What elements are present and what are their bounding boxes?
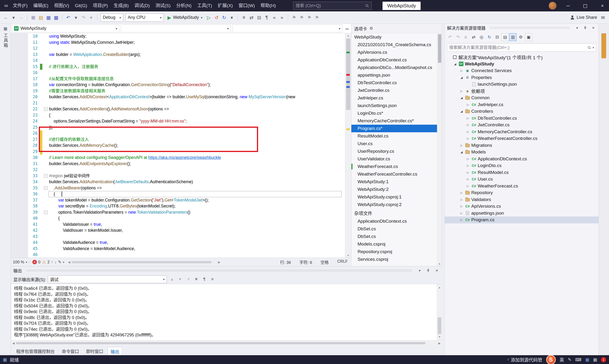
expander-icon[interactable]: ▷: [465, 137, 471, 140]
code-text[interactable]: [49, 100, 351, 106]
open-document-item[interactable]: Services.csproj: [351, 256, 442, 263]
expander-icon[interactable]: ▷: [459, 90, 464, 93]
tree-item[interactable]: ▷C#MemoryCacheController.cs: [445, 129, 598, 135]
open-document-item[interactable]: UserRepository.cs: [351, 147, 442, 155]
start-debugging-button[interactable]: ▶ WebApiStudy ▾: [165, 13, 205, 22]
open-document-item[interactable]: LoginDto.cs*: [351, 109, 442, 117]
right-scroll-rail[interactable]: [598, 24, 609, 355]
open-document-item[interactable]: ResultModel.cs: [351, 132, 442, 140]
goto-source-icon[interactable]: ↗: [185, 276, 192, 283]
menu-item[interactable]: 测试(S): [153, 0, 173, 12]
output-source-dropdown[interactable]: 调试 ▾: [48, 275, 167, 283]
expander-icon[interactable]: ▷: [465, 164, 471, 167]
open-document-item[interactable]: WebApiStudy:1: [351, 178, 442, 186]
code-text[interactable]: ValidAudience = tokenModel.Audience,: [49, 246, 351, 252]
gear-icon[interactable]: ⚙: [369, 26, 373, 31]
expander-icon[interactable]: ▷: [459, 218, 464, 221]
refresh-icon[interactable]: ↻: [486, 33, 493, 41]
code-line[interactable]: 18var connectionString = builder.Configu…: [11, 82, 351, 88]
open-document-item[interactable]: WebApiStudy.csproj:1: [351, 193, 442, 201]
solution-explorer-header[interactable]: 解决方案资源管理器 ▾ ✕: [445, 24, 598, 32]
menu-item[interactable]: 项目(P): [90, 0, 111, 12]
code-line[interactable]: 37 var tokenModel = builder.Configuratio…: [11, 197, 351, 203]
code-line[interactable]: 11using static WebApiStudy.Common.JwtHel…: [11, 39, 351, 46]
breakpoint-margin[interactable]: [11, 58, 28, 64]
code-line[interactable]: 10using WebApiStudy;: [11, 33, 351, 39]
code-text[interactable]: var tokenModel = builder.Configuration.G…: [49, 197, 351, 203]
prev-issue-icon[interactable]: ↑: [51, 260, 53, 265]
background-tasks-icon[interactable]: ▦: [3, 357, 7, 362]
indent-icon[interactable]: »: [278, 13, 285, 22]
scrollbar-track[interactable]: [71, 261, 217, 264]
scrollbar-thumb[interactable]: [72, 261, 211, 263]
code-line[interactable]: 14: [11, 58, 351, 64]
menu-item[interactable]: 调试(D): [131, 0, 153, 12]
expander-icon[interactable]: ▷: [465, 117, 471, 120]
bookmark-prev-icon[interactable]: ⚑: [298, 13, 305, 22]
open-document-item[interactable]: 20221020101704_CreateSchema.cs: [351, 41, 442, 49]
navigate-back-menu-icon[interactable]: ▾: [10, 13, 17, 22]
breakpoint-margin[interactable]: [11, 106, 28, 112]
expander-icon[interactable]: ◢: [459, 76, 464, 79]
user-avatar[interactable]: [549, 2, 557, 10]
bottom-panel-tab[interactable]: 即时窗口: [83, 347, 106, 355]
tree-item[interactable]: ◢Models: [445, 149, 598, 156]
collapse-box-icon[interactable]: −: [44, 107, 48, 111]
code-line[interactable]: 12: [11, 45, 351, 52]
open-document-item[interactable]: ApiVersions.cs: [351, 49, 442, 56]
code-text[interactable]: ValidateAudience = true,: [49, 240, 351, 246]
open-document-item[interactable]: User.cs: [351, 140, 442, 147]
nav-forward-icon[interactable]: ↷: [454, 33, 462, 41]
code-text[interactable]: [49, 58, 351, 64]
next-issue-icon[interactable]: ↓: [54, 260, 57, 265]
zoom-dropdown[interactable]: 100 % ▾: [13, 260, 27, 265]
tree-item[interactable]: ▷C#Program.cs: [445, 217, 598, 223]
breakpoint-margin[interactable]: [11, 185, 28, 191]
code-text[interactable]: options.SerializerSettings.DateFormatStr…: [49, 118, 351, 124]
code-line[interactable]: 33−#region jwt验证中间件: [11, 173, 351, 179]
code-text[interactable]: [49, 45, 351, 52]
save-all-icon[interactable]: ▩: [52, 13, 60, 22]
expander-icon[interactable]: ◢: [459, 110, 464, 113]
home-icon[interactable]: ⌂: [462, 33, 469, 41]
solution-search-box[interactable]: ▾: [447, 43, 596, 52]
quick-search-input[interactable]: [296, 3, 365, 8]
breakpoint-margin[interactable]: [11, 173, 28, 179]
expander-icon[interactable]: ▷: [459, 144, 464, 147]
scroll-left-icon[interactable]: ◀: [68, 260, 70, 264]
code-text[interactable]: //需要注册数据库连接相关服务: [49, 88, 351, 94]
hot-reload-icon[interactable]: ↺: [213, 13, 220, 22]
scrollbar-track[interactable]: [15, 342, 438, 345]
bottom-panel-tab[interactable]: 命令窗口: [59, 347, 82, 355]
open-document-item[interactable]: ApplicationDbContext.cs: [351, 56, 442, 64]
scroll-down-icon[interactable]: ▾: [437, 262, 442, 266]
code-line[interactable]: 30// Learn more about configuring Swagge…: [11, 155, 351, 161]
code-text[interactable]: // 进行依赖注入，注册服务: [49, 64, 351, 70]
restart-menu-icon[interactable]: ▾: [228, 13, 235, 22]
code-line[interactable]: 24 options.SerializerSettings.DateFormat…: [11, 118, 351, 124]
menu-item[interactable]: 扩展(X): [215, 0, 235, 12]
code-text[interactable]: builder.Services.AddAuthentication(JwtBe…: [49, 179, 351, 185]
collapse-all-icon[interactable]: ⊟: [494, 33, 501, 41]
bookmark-clear-icon[interactable]: ⚑: [313, 13, 320, 22]
editor-vertical-scrollbar[interactable]: ▴ ▾: [345, 33, 351, 258]
pin-icon[interactable]: [425, 269, 431, 272]
breakpoint-margin[interactable]: [11, 45, 28, 52]
open-document-item[interactable]: WebApiStudy:2: [351, 186, 442, 193]
code-text[interactable]: options.TokenValidationParameters = new …: [49, 209, 351, 216]
platform-dropdown[interactable]: Any CPU ▾: [126, 13, 164, 22]
tray-app-icon[interactable]: ▦: [593, 357, 597, 362]
tree-item[interactable]: ▷C#JwtController.cs: [445, 122, 598, 129]
code-line[interactable]: 39− options.TokenValidationParameters = …: [11, 209, 351, 216]
tree-item[interactable]: 解决方案"WebApiStudy"(1 个项目/共 1 个): [445, 54, 598, 61]
ime-language-indicator[interactable]: 英: [559, 356, 564, 363]
tree-item[interactable]: ▷C#WeatherForecast.cs: [445, 183, 598, 190]
code-area[interactable]: 10using WebApiStudy;11using static WebAp…: [11, 33, 351, 258]
scroll-down-icon[interactable]: ▾: [345, 254, 351, 257]
tree-item[interactable]: ▷◉Connected Services: [445, 67, 598, 74]
code-text[interactable]: [49, 252, 351, 258]
code-line[interactable]: 42 ValidIssuer = tokenModel.Issuer,: [11, 227, 351, 234]
code-text[interactable]: {: [49, 112, 351, 118]
bookmark-toggle-icon[interactable]: ⚑: [290, 13, 298, 22]
expander-icon[interactable]: ▷: [465, 103, 471, 106]
